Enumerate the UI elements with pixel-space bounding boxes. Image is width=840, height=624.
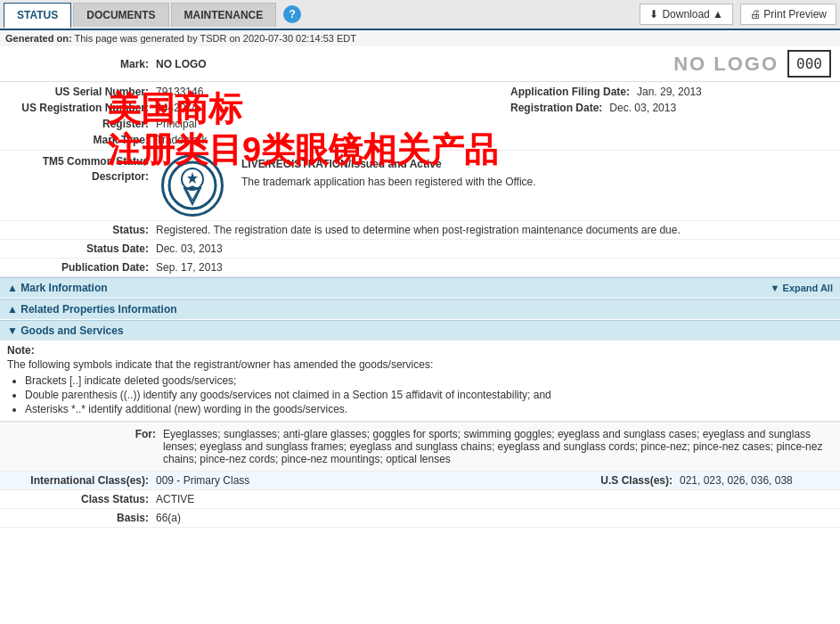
serial-label: US Serial Number: [0,86,156,98]
mark-logo-display: NO LOGO [673,53,779,76]
statusdate-value: Dec. 03, 2013 [156,242,840,255]
tm5-medallion [161,154,224,217]
tm5-text-area: LIVE/REGISTRATION/Issued and Active The … [241,154,840,188]
class-status-label: Class Status: [0,493,156,505]
generated-row: Generated on: This page was generated by… [0,30,840,46]
tm5-label: TM5 Common StatusDescriptor: [0,154,156,185]
for-value: Eyeglasses; sunglasses; anti-glare glass… [163,428,833,465]
status-value: Registered. The registration date is use… [156,224,840,236]
pubdate-value: Sep. 17, 2013 [156,261,840,274]
tm5-status-line: LIVE/REGISTRATION/Issued and Active [241,158,840,170]
tabs-bar: STATUS DOCUMENTS MAINTENANCE ? ⬇ Downloa… [0,0,840,30]
goods-content: Note: The following symbols indicate tha… [0,341,840,422]
class-status-value: ACTIVE [156,493,840,505]
register-value: Principal [156,118,502,130]
register-label: Register: [0,118,156,130]
goods-services-section[interactable]: ▼ Goods and Services [0,320,840,341]
related-props-section[interactable]: ▲ Related Properties Information [0,299,840,319]
print-label: 🖨 Print Preview [750,8,827,21]
mark-logo-box: 000 [787,50,831,78]
note-bullet-1: Double parenthesis ((..)) identify any g… [25,389,833,401]
note-bullet-2: Asterisks *..* identify additional (new)… [25,403,833,415]
for-label: For: [7,428,163,465]
note-bullet-0: Brackets [..] indicate deleted goods/ser… [25,374,833,387]
download-icon: ⬇ [649,8,658,21]
tm5-status-desc: The trademark application has been regis… [241,176,840,188]
regdate-label: Registration Date: [510,102,609,114]
tab-documents[interactable]: DOCUMENTS [73,3,168,27]
toolbar-right: ⬇ Download ▲ 🖨 Print Preview [640,4,836,25]
tab-status[interactable]: STATUS [4,3,71,29]
basis-value: 66(a) [156,512,840,524]
intl-class-label: International Class(es): [0,474,156,487]
generated-label: Generated on: [5,33,72,44]
status-fields: Status: Registered. The registration dat… [0,221,840,277]
mark-value: NO LOGO [156,58,673,70]
regnum-value: 4442074 [156,102,502,114]
us-class-label: U.S Class(es): [502,474,680,487]
intl-class-value: 009 - Primary Class [156,474,502,487]
regdate-value: Dec. 03, 2013 [609,102,676,114]
marktype-value: Trademark [156,134,502,146]
expand-all-button[interactable]: ▼ Expand All [771,283,833,293]
medallion-svg [167,160,218,211]
note-body: The following symbols indicate that the … [7,358,833,371]
filing-label: Application Filing Date: [510,86,637,98]
note-list: Brackets [..] indicate deleted goods/ser… [25,374,833,415]
marktype-label: Mark Type: [0,134,156,146]
related-props-label: ▲ Related Properties Information [7,303,177,316]
pubdate-label: Publication Date: [0,261,156,274]
download-button[interactable]: ⬇ Download ▲ [640,4,733,25]
filing-value: Jan. 29, 2013 [637,86,702,98]
tab-maintenance[interactable]: MAINTENANCE [171,3,277,27]
goods-services-label: ▼ Goods and Services [7,324,124,337]
svg-marker-4 [187,172,198,184]
mark-info-section[interactable]: ▲ Mark Information ▼ Expand All [0,277,840,298]
download-label: Download ▲ [662,8,723,21]
print-button[interactable]: 🖨 Print Preview [740,4,836,25]
mark-info-label: ▲ Mark Information [7,282,108,294]
help-icon[interactable]: ? [283,5,301,23]
statusdate-label: Status Date: [0,242,156,255]
generated-value: This page was generated by TSDR on 2020-… [74,33,356,44]
status-label: Status: [0,224,156,236]
basis-label: Basis: [0,512,156,524]
regnum-label: US Registration Number: [0,102,156,114]
mark-label: Mark: [0,58,156,70]
serial-value: 79133146 [156,86,502,98]
us-class-value: 021, 023, 026, 036, 038 [680,474,840,487]
note-title: Note: [7,344,833,357]
